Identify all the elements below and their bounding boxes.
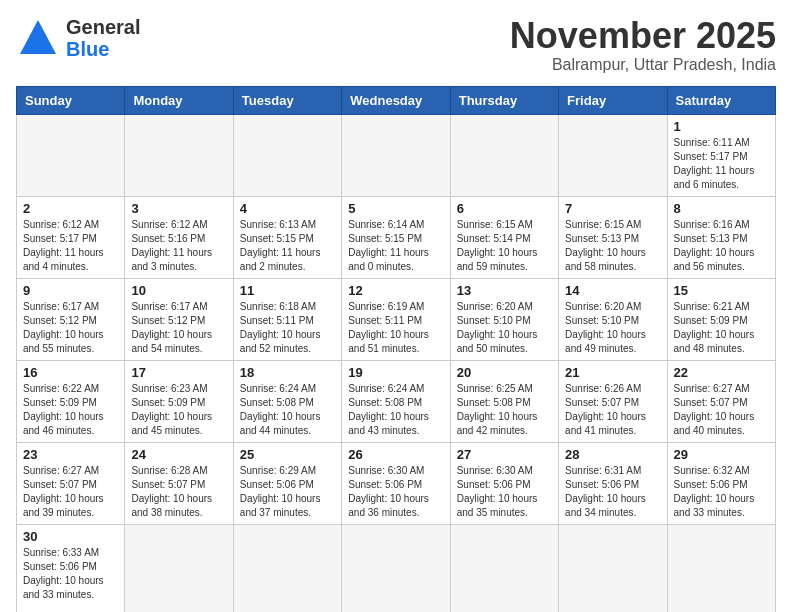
day-info: Sunrise: 6:13 AM Sunset: 5:15 PM Dayligh…	[240, 218, 335, 274]
table-row	[559, 524, 667, 612]
day-info: Sunrise: 6:30 AM Sunset: 5:06 PM Dayligh…	[457, 464, 552, 520]
col-wednesday: Wednesday	[342, 86, 450, 114]
table-row: 29Sunrise: 6:32 AM Sunset: 5:06 PM Dayli…	[667, 442, 775, 524]
day-number: 1	[674, 119, 769, 134]
day-number: 11	[240, 283, 335, 298]
day-number: 27	[457, 447, 552, 462]
day-info: Sunrise: 6:20 AM Sunset: 5:10 PM Dayligh…	[457, 300, 552, 356]
day-number: 15	[674, 283, 769, 298]
table-row: 17Sunrise: 6:23 AM Sunset: 5:09 PM Dayli…	[125, 360, 233, 442]
day-number: 9	[23, 283, 118, 298]
day-number: 30	[23, 529, 118, 544]
day-info: Sunrise: 6:26 AM Sunset: 5:07 PM Dayligh…	[565, 382, 660, 438]
table-row: 18Sunrise: 6:24 AM Sunset: 5:08 PM Dayli…	[233, 360, 341, 442]
table-row: 27Sunrise: 6:30 AM Sunset: 5:06 PM Dayli…	[450, 442, 558, 524]
day-info: Sunrise: 6:15 AM Sunset: 5:14 PM Dayligh…	[457, 218, 552, 274]
table-row: 23Sunrise: 6:27 AM Sunset: 5:07 PM Dayli…	[17, 442, 125, 524]
calendar-week-row: 23Sunrise: 6:27 AM Sunset: 5:07 PM Dayli…	[17, 442, 776, 524]
day-number: 20	[457, 365, 552, 380]
table-row	[559, 114, 667, 196]
table-row: 3Sunrise: 6:12 AM Sunset: 5:16 PM Daylig…	[125, 196, 233, 278]
table-row	[125, 524, 233, 612]
table-row: 21Sunrise: 6:26 AM Sunset: 5:07 PM Dayli…	[559, 360, 667, 442]
day-number: 16	[23, 365, 118, 380]
day-number: 14	[565, 283, 660, 298]
table-row: 5Sunrise: 6:14 AM Sunset: 5:15 PM Daylig…	[342, 196, 450, 278]
table-row: 15Sunrise: 6:21 AM Sunset: 5:09 PM Dayli…	[667, 278, 775, 360]
day-number: 24	[131, 447, 226, 462]
day-number: 19	[348, 365, 443, 380]
table-row	[17, 114, 125, 196]
day-number: 4	[240, 201, 335, 216]
table-row	[450, 524, 558, 612]
day-info: Sunrise: 6:33 AM Sunset: 5:06 PM Dayligh…	[23, 546, 118, 602]
table-row: 9Sunrise: 6:17 AM Sunset: 5:12 PM Daylig…	[17, 278, 125, 360]
table-row: 28Sunrise: 6:31 AM Sunset: 5:06 PM Dayli…	[559, 442, 667, 524]
day-number: 5	[348, 201, 443, 216]
table-row: 11Sunrise: 6:18 AM Sunset: 5:11 PM Dayli…	[233, 278, 341, 360]
calendar-table: Sunday Monday Tuesday Wednesday Thursday…	[16, 86, 776, 612]
table-row: 4Sunrise: 6:13 AM Sunset: 5:15 PM Daylig…	[233, 196, 341, 278]
day-info: Sunrise: 6:17 AM Sunset: 5:12 PM Dayligh…	[23, 300, 118, 356]
table-row: 20Sunrise: 6:25 AM Sunset: 5:08 PM Dayli…	[450, 360, 558, 442]
calendar-header-row: Sunday Monday Tuesday Wednesday Thursday…	[17, 86, 776, 114]
day-number: 13	[457, 283, 552, 298]
day-number: 7	[565, 201, 660, 216]
day-info: Sunrise: 6:21 AM Sunset: 5:09 PM Dayligh…	[674, 300, 769, 356]
table-row: 24Sunrise: 6:28 AM Sunset: 5:07 PM Dayli…	[125, 442, 233, 524]
day-number: 6	[457, 201, 552, 216]
col-sunday: Sunday	[17, 86, 125, 114]
day-info: Sunrise: 6:31 AM Sunset: 5:06 PM Dayligh…	[565, 464, 660, 520]
calendar-week-row: 16Sunrise: 6:22 AM Sunset: 5:09 PM Dayli…	[17, 360, 776, 442]
day-info: Sunrise: 6:15 AM Sunset: 5:13 PM Dayligh…	[565, 218, 660, 274]
day-number: 22	[674, 365, 769, 380]
table-row: 2Sunrise: 6:12 AM Sunset: 5:17 PM Daylig…	[17, 196, 125, 278]
day-info: Sunrise: 6:30 AM Sunset: 5:06 PM Dayligh…	[348, 464, 443, 520]
table-row: 6Sunrise: 6:15 AM Sunset: 5:14 PM Daylig…	[450, 196, 558, 278]
day-info: Sunrise: 6:24 AM Sunset: 5:08 PM Dayligh…	[348, 382, 443, 438]
day-info: Sunrise: 6:18 AM Sunset: 5:11 PM Dayligh…	[240, 300, 335, 356]
col-friday: Friday	[559, 86, 667, 114]
day-info: Sunrise: 6:12 AM Sunset: 5:16 PM Dayligh…	[131, 218, 226, 274]
table-row	[233, 524, 341, 612]
day-number: 21	[565, 365, 660, 380]
month-title: November 2025	[510, 16, 776, 56]
table-row: 8Sunrise: 6:16 AM Sunset: 5:13 PM Daylig…	[667, 196, 775, 278]
day-info: Sunrise: 6:12 AM Sunset: 5:17 PM Dayligh…	[23, 218, 118, 274]
day-info: Sunrise: 6:17 AM Sunset: 5:12 PM Dayligh…	[131, 300, 226, 356]
day-info: Sunrise: 6:19 AM Sunset: 5:11 PM Dayligh…	[348, 300, 443, 356]
day-info: Sunrise: 6:27 AM Sunset: 5:07 PM Dayligh…	[23, 464, 118, 520]
day-number: 17	[131, 365, 226, 380]
table-row	[342, 524, 450, 612]
table-row	[125, 114, 233, 196]
table-row: 14Sunrise: 6:20 AM Sunset: 5:10 PM Dayli…	[559, 278, 667, 360]
table-row: 10Sunrise: 6:17 AM Sunset: 5:12 PM Dayli…	[125, 278, 233, 360]
day-info: Sunrise: 6:22 AM Sunset: 5:09 PM Dayligh…	[23, 382, 118, 438]
title-area: November 2025 Balrampur, Uttar Pradesh, …	[510, 16, 776, 74]
calendar-week-row: 30Sunrise: 6:33 AM Sunset: 5:06 PM Dayli…	[17, 524, 776, 612]
logo: General Blue	[16, 16, 140, 60]
table-row: 13Sunrise: 6:20 AM Sunset: 5:10 PM Dayli…	[450, 278, 558, 360]
table-row: 30Sunrise: 6:33 AM Sunset: 5:06 PM Dayli…	[17, 524, 125, 612]
table-row: 7Sunrise: 6:15 AM Sunset: 5:13 PM Daylig…	[559, 196, 667, 278]
table-row: 22Sunrise: 6:27 AM Sunset: 5:07 PM Dayli…	[667, 360, 775, 442]
day-number: 8	[674, 201, 769, 216]
day-info: Sunrise: 6:20 AM Sunset: 5:10 PM Dayligh…	[565, 300, 660, 356]
col-tuesday: Tuesday	[233, 86, 341, 114]
location-title: Balrampur, Uttar Pradesh, India	[510, 56, 776, 74]
day-info: Sunrise: 6:16 AM Sunset: 5:13 PM Dayligh…	[674, 218, 769, 274]
day-info: Sunrise: 6:14 AM Sunset: 5:15 PM Dayligh…	[348, 218, 443, 274]
day-number: 28	[565, 447, 660, 462]
col-thursday: Thursday	[450, 86, 558, 114]
calendar-week-row: 2Sunrise: 6:12 AM Sunset: 5:17 PM Daylig…	[17, 196, 776, 278]
calendar-week-row: 9Sunrise: 6:17 AM Sunset: 5:12 PM Daylig…	[17, 278, 776, 360]
day-info: Sunrise: 6:23 AM Sunset: 5:09 PM Dayligh…	[131, 382, 226, 438]
day-number: 25	[240, 447, 335, 462]
table-row: 26Sunrise: 6:30 AM Sunset: 5:06 PM Dayli…	[342, 442, 450, 524]
header: General Blue November 2025 Balrampur, Ut…	[16, 16, 776, 74]
day-info: Sunrise: 6:28 AM Sunset: 5:07 PM Dayligh…	[131, 464, 226, 520]
logo-icon	[16, 16, 60, 60]
day-number: 18	[240, 365, 335, 380]
day-number: 23	[23, 447, 118, 462]
table-row: 12Sunrise: 6:19 AM Sunset: 5:11 PM Dayli…	[342, 278, 450, 360]
